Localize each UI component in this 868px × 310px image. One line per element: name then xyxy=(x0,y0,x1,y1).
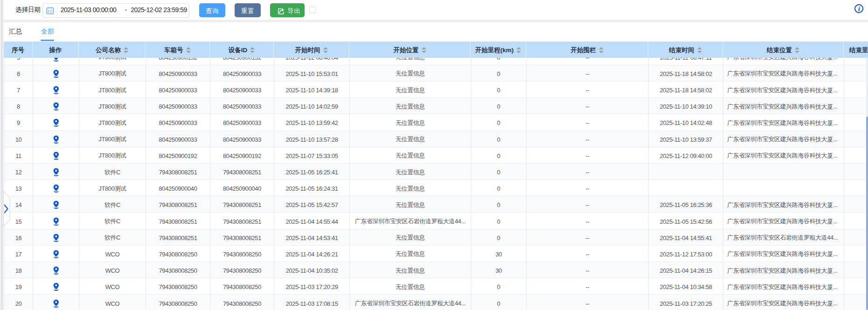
svg-text:i: i xyxy=(858,5,861,13)
